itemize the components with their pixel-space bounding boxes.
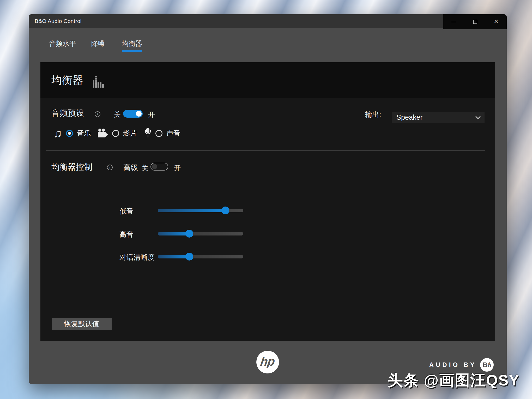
equalizer-dots-icon <box>93 76 104 88</box>
bass-slider[interactable] <box>158 209 243 212</box>
minimize-button[interactable] <box>443 14 464 29</box>
preset-label: 音乐 <box>77 129 91 138</box>
chevron-down-icon <box>475 114 481 119</box>
window-title: B&O Audio Control <box>35 18 82 24</box>
tab-label: 音频水平 <box>49 40 76 47</box>
tab-audio-levels[interactable]: 音频水平 <box>49 39 76 48</box>
slider-row-treble: 高音 <box>119 228 265 240</box>
maximize-icon <box>473 20 477 24</box>
slider-label: 低音 <box>119 207 134 216</box>
advanced-toggle-off-label: 关 <box>142 164 148 173</box>
section-divider <box>46 150 485 151</box>
close-button[interactable]: × <box>486 14 507 29</box>
output-label: 输出: <box>365 110 381 119</box>
panel-header: 均衡器 <box>40 62 495 98</box>
radio-music[interactable] <box>66 130 73 137</box>
dialog-clarity-slider[interactable] <box>158 255 243 258</box>
slider-label: 对话清晰度 <box>119 253 155 262</box>
tab-underline <box>91 50 105 52</box>
tab-equalizer[interactable]: 均衡器 <box>122 39 142 48</box>
info-icon[interactable]: i <box>107 165 113 170</box>
preset-label: 影片 <box>123 129 137 138</box>
titlebar: B&O Audio Control <box>29 14 507 28</box>
movie-camera-icon <box>98 129 108 138</box>
preset-option-movie[interactable]: 影片 <box>98 126 137 141</box>
maximize-button[interactable] <box>464 14 486 29</box>
tab-label: 降噪 <box>91 40 105 47</box>
audio-by-label: AUDIO BY <box>429 361 476 368</box>
preset-option-music[interactable]: ♫ 音乐 <box>53 126 91 141</box>
bo-logo: B & O <box>480 358 494 372</box>
slider-label: 高音 <box>119 230 134 239</box>
equalizer-control-label: 均衡器控制 <box>51 162 93 173</box>
hp-logo-text: hp <box>260 354 276 368</box>
radio-movie[interactable] <box>112 130 119 137</box>
slider-fill <box>158 232 189 235</box>
tab-underline <box>122 50 142 52</box>
app-window: B&O Audio Control × 音频水平 降噪 均衡器 均衡器 音频预设… <box>29 14 507 384</box>
toggle-knob <box>136 111 142 117</box>
restore-defaults-button[interactable]: 恢复默认值 <box>52 318 112 330</box>
close-icon: × <box>494 17 499 25</box>
window-controls: × <box>443 14 507 29</box>
panel-title: 均衡器 <box>51 73 83 87</box>
audio-preset-toggle[interactable] <box>123 110 143 118</box>
slider-row-dialog-clarity: 对话清晰度 <box>119 251 265 263</box>
advanced-toggle[interactable] <box>150 163 168 171</box>
advanced-toggle-on-label: 开 <box>174 164 181 173</box>
watermark: 头条 @画图汪QSY <box>388 370 519 391</box>
tab-underline <box>49 50 76 52</box>
slider-fill <box>158 209 225 212</box>
output-device-value: Speaker <box>396 113 476 122</box>
equalizer-panel: 均衡器 音频预设 i 关 开 输出: Speaker ♫ 音乐 影片 <box>40 62 495 341</box>
slider-knob[interactable] <box>185 253 193 261</box>
audio-preset-label: 音频预设 <box>51 108 84 119</box>
slider-knob[interactable] <box>185 230 193 238</box>
slider-row-bass: 低音 <box>119 204 265 217</box>
preset-label: 声音 <box>166 129 180 138</box>
preset-toggle-on-label: 开 <box>148 110 155 119</box>
info-icon[interactable]: i <box>95 111 100 117</box>
preset-toggle-off-label: 关 <box>114 110 121 119</box>
microphone-icon <box>144 128 152 139</box>
slider-knob[interactable] <box>221 207 229 214</box>
preset-option-voice[interactable]: 声音 <box>144 126 180 141</box>
tab-label: 均衡器 <box>122 40 142 47</box>
hp-logo: hp <box>256 351 279 373</box>
minimize-icon <box>451 22 456 22</box>
toggle-knob <box>152 164 157 169</box>
slider-fill <box>158 255 189 258</box>
advanced-label: 高级 <box>123 163 138 173</box>
treble-slider[interactable] <box>158 232 243 235</box>
output-device-select[interactable]: Speaker <box>392 112 485 123</box>
audio-by-bo-brand: AUDIO BY B & O <box>429 358 494 372</box>
radio-voice[interactable] <box>155 130 162 137</box>
music-note-icon: ♫ <box>53 128 62 139</box>
tab-noise-reduction[interactable]: 降噪 <box>91 39 105 48</box>
